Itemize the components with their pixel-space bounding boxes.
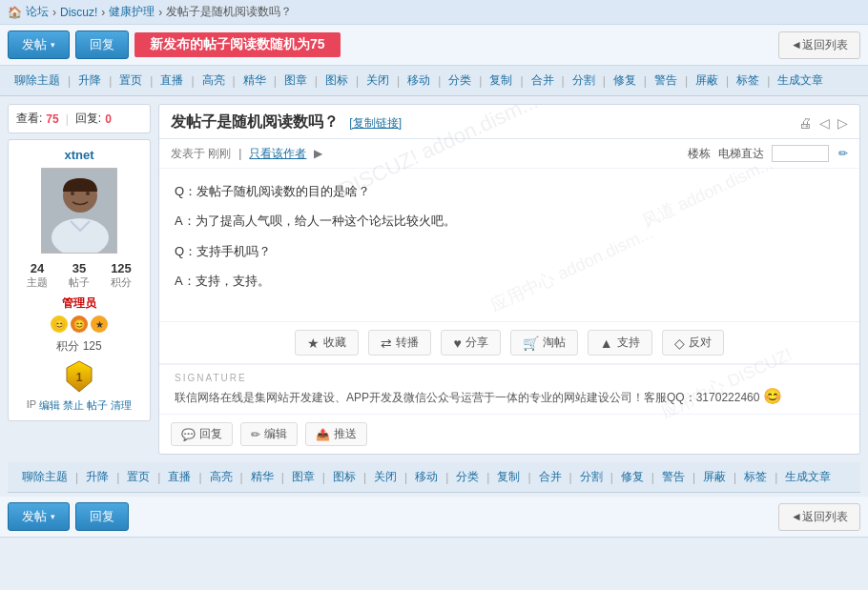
next-icon[interactable]: ▷ [837,115,848,131]
bottom-toolbar-item-10[interactable]: 分类 [449,466,486,488]
points-label: 积分 [56,339,79,353]
footer-reply-label: 回复 [199,426,222,442]
toolbar-item-8[interactable]: 关闭 [360,70,396,92]
toolbar-item-12[interactable]: 合并 [525,70,561,92]
clean-link[interactable]: 清理 [111,398,132,413]
floor-input[interactable] [772,145,829,162]
collect-label: 收藏 [323,335,346,351]
toolbar-item-5[interactable]: 精华 [237,70,273,92]
smile-emoji: 😊 [763,388,782,404]
toolbar-item-10[interactable]: 分类 [442,70,478,92]
breadcrumb-category[interactable]: 健康护理 [109,4,155,20]
bottom-toolbar-item-2[interactable]: 置页 [120,466,156,488]
user-stat-points: 125 积分 [111,261,132,290]
footer-edit-label: 编辑 [264,426,287,442]
bottom-reply-button[interactable]: 回复 [75,502,129,531]
only-author-link[interactable]: 只看该作者 [249,146,306,162]
bottom-toolbar-item-11[interactable]: 复制 [490,466,527,488]
bottom-toolbar-item-7[interactable]: 图标 [326,466,362,488]
bottom-action-bar: 发帖 ▾ 回复 ◄返回列表 [0,497,868,538]
user-name[interactable]: xtnet [16,148,142,162]
bottom-toolbar-item-1[interactable]: 升降 [79,466,115,488]
bottom-back-list-button[interactable]: ◄返回列表 [778,503,860,531]
bottom-post-arrow[interactable]: ▾ [51,512,55,521]
medal-3: ★ [91,315,108,333]
toolbar-item-13[interactable]: 分割 [566,70,602,92]
toolbar-item-18[interactable]: 生成文章 [771,70,830,92]
toolbar-item-4[interactable]: 高亮 [196,70,232,92]
action-bar-left: 发帖 ▾ 回复 新发布的帖子阅读数随机为75 [8,31,341,59]
bottom-toolbar-item-18[interactable]: 生成文章 [778,466,837,488]
reply-button[interactable]: 回复 [75,31,129,59]
footer-push-button[interactable]: 📤 推送 [305,422,367,446]
toolbar-item-11[interactable]: 复制 [483,70,519,92]
bottom-toolbar-item-4[interactable]: 高亮 [203,466,239,488]
post-body: Q：发帖子随机阅读数的目的是啥？ A：为了提高人气呗，给人一种这个论坛比较火吧。… [159,169,859,321]
user-points-row: 积分 125 [16,338,142,355]
post-title: 发帖子是随机阅读数吗？ [171,113,339,130]
bottom-toolbar-item-3[interactable]: 直播 [161,466,197,488]
user-role: 管理员 [16,295,142,312]
share-broadcast-button[interactable]: ⇄ 转播 [368,330,431,356]
toolbar-item-17[interactable]: 标签 [730,70,766,92]
post-dropdown-arrow[interactable]: ▾ [51,40,55,50]
taobao-button[interactable]: 🛒 淘帖 [510,330,578,356]
against-label: 反对 [689,335,712,351]
main-area: 查看: 75 | 回复: 0 xtnet [0,96,868,462]
breadcrumb-discuz[interactable]: Discuz! [60,6,97,19]
print-icon[interactable]: 🖨 [798,115,812,131]
top-toolbar: 聊除主题 | 升降 | 置页 | 直播 | 高亮 | 精华 | 图章 | 图标 … [0,66,868,96]
user-stat-topics: 24 主题 [27,261,48,290]
bottom-toolbar-item-12[interactable]: 合并 [532,466,568,488]
toolbar-item-7[interactable]: 图标 [319,70,355,92]
bottom-toolbar-item-14[interactable]: 修复 [614,466,651,488]
bottom-toolbar-item-5[interactable]: 精华 [244,466,280,488]
svg-point-4 [86,192,90,195]
against-button[interactable]: ◇ 反对 [662,330,724,356]
svg-point-3 [71,192,74,195]
body-line-4: A：支持，支持。 [175,270,844,292]
edit-link[interactable]: 编辑 [39,398,60,413]
collect-button[interactable]: ★ 收藏 [295,330,359,356]
bottom-toolbar-item-0[interactable]: 聊除主题 [15,466,74,488]
bottom-action-bar-left: 发帖 ▾ 回复 [8,502,129,531]
points-value: 125 [83,339,102,353]
floor-go-button[interactable]: ✏ [838,147,848,160]
posts-link[interactable]: 帖子 [87,398,108,413]
post-only-author: | [238,147,241,160]
back-list-button[interactable]: ◄返回列表 [778,31,860,59]
ban-link[interactable]: 禁止 [63,398,84,413]
bottom-post-button[interactable]: 发帖 ▾ [8,502,70,531]
home-icon: 🏠 [8,6,22,19]
bottom-toolbar-item-6[interactable]: 图章 [285,466,321,488]
toolbar-item-0[interactable]: 聊除主题 [8,70,67,92]
footer-edit-button[interactable]: ✏ 编辑 [240,422,298,446]
bottom-toolbar-item-9[interactable]: 移动 [408,466,444,488]
post-header-right: 🖨 ◁ ▷ [798,115,848,131]
prev-icon[interactable]: ◁ [819,115,830,131]
toolbar-item-2[interactable]: 置页 [113,70,149,92]
post-button[interactable]: 发帖 ▾ [8,31,70,59]
toolbar-item-15[interactable]: 警告 [648,70,684,92]
footer-reply-button[interactable]: 💬 回复 [171,422,233,446]
bottom-toolbar-item-13[interactable]: 分割 [573,466,610,488]
toolbar-item-1[interactable]: 升降 [72,70,108,92]
collect-icon: ★ [307,336,320,351]
toolbar-item-9[interactable]: 移动 [401,70,437,92]
breadcrumb-forum[interactable]: 论坛 [26,4,49,20]
post-button-label: 发帖 [22,36,47,53]
copy-link[interactable]: [复制链接] [349,116,402,130]
bottom-toolbar-item-16[interactable]: 屏蔽 [696,466,733,488]
floor-label: 楼栋 [688,146,711,162]
toolbar-item-6[interactable]: 图章 [278,70,314,92]
support-button[interactable]: ▲ 支持 [588,330,652,356]
bottom-toolbar-item-8[interactable]: 关闭 [367,466,403,488]
post-panel: DISCUZ! addon.dism... 应用中心 addon.dism...… [158,104,860,455]
toolbar-item-3[interactable]: 直播 [154,70,190,92]
share-button[interactable]: ♥ 分享 [441,330,500,356]
bottom-toolbar-item-17[interactable]: 标签 [737,466,774,488]
toolbar-item-16[interactable]: 屏蔽 [689,70,725,92]
post-meta: 发表于 刚刚 | 只看该作者 ▶ 楼栋 电梯直达 ✏ [159,139,859,169]
bottom-toolbar-item-15[interactable]: 警告 [655,466,692,488]
toolbar-item-14[interactable]: 修复 [607,70,643,92]
